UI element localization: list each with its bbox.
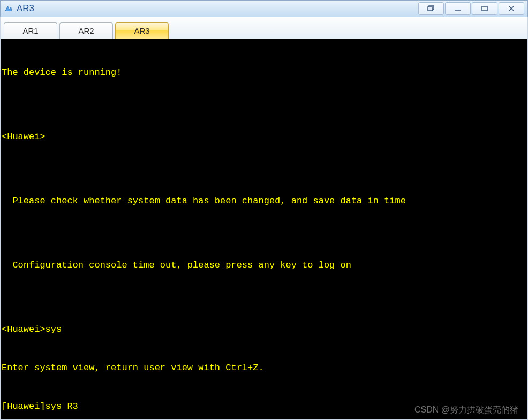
app-icon	[4, 4, 13, 13]
terminal-line: The device is running!	[2, 66, 526, 79]
tab-ar1[interactable]: AR1	[4, 22, 57, 39]
terminal-line: Configuration console time out, please p…	[2, 259, 526, 272]
minimize-button[interactable]	[445, 2, 471, 15]
tab-strip: AR1 AR2 AR3	[0, 17, 528, 39]
tab-ar3[interactable]: AR3	[115, 22, 169, 39]
terminal-line: Enter system view, return user view with…	[2, 362, 526, 375]
terminal-line: <Huawei>	[2, 131, 526, 143]
svg-rect-3	[482, 6, 487, 11]
window-controls	[417, 2, 524, 15]
svg-rect-1	[428, 7, 433, 11]
window-titlebar: AR3	[0, 0, 528, 17]
terminal-line: [Huawei]sys R3	[2, 400, 526, 413]
terminal-output[interactable]: The device is running! <Huawei> Please c…	[0, 39, 528, 420]
window-title: AR3	[17, 3, 417, 14]
close-button[interactable]	[499, 2, 524, 15]
terminal-line: <Huawei>sys	[2, 323, 526, 336]
restore-button[interactable]	[418, 2, 444, 15]
tab-ar2[interactable]: AR2	[59, 22, 113, 39]
maximize-button[interactable]	[472, 2, 497, 15]
terminal-line: Please check whether system data has bee…	[2, 195, 526, 208]
